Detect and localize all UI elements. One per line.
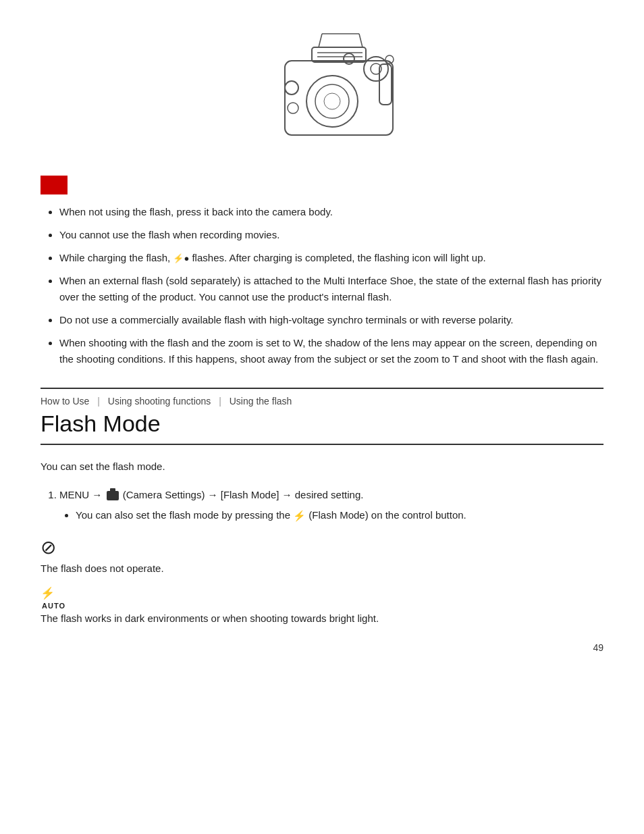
page-title: Flash Mode: [41, 411, 603, 437]
flash-bolt-icon: ⚡: [293, 508, 306, 524]
svg-point-9: [324, 93, 340, 109]
notes-list: When not using the flash, press it back …: [41, 204, 603, 367]
intro-text: You can set the flash mode.: [41, 459, 603, 475]
breadcrumb-part3: Using the flash: [230, 396, 292, 407]
step-sub-list: You can also set the flash mode by press…: [59, 507, 603, 524]
note-item: While charging the flash, ⚡● flashes. Af…: [59, 250, 603, 266]
svg-line-13: [319, 34, 322, 47]
charging-icon: ⚡●: [173, 252, 189, 266]
flash-off-icon: ⊘: [41, 536, 603, 558]
svg-point-11: [288, 103, 298, 113]
page-number: 49: [593, 642, 603, 653]
flash-auto-sublabel: AUTO: [42, 602, 603, 610]
steps-list: MENU → (Camera Settings) → [Flash Mode] …: [41, 487, 603, 524]
flash-off-symbol: ⊘: [41, 537, 56, 558]
flash-auto-label-wrap: ⚡: [41, 586, 603, 600]
section-divider-bottom: [41, 444, 603, 445]
svg-point-10: [285, 81, 298, 95]
note-item: When an external flash (sold separately)…: [59, 273, 603, 305]
note-item: When shooting with the flash and the zoo…: [59, 335, 603, 367]
svg-line-14: [359, 34, 363, 47]
camera-illustration: [41, 20, 603, 155]
camera-settings-icon: [107, 491, 119, 500]
section-divider-top: [41, 388, 603, 389]
warning-indicator: [41, 176, 68, 194]
note-item: You cannot use the flash when recording …: [59, 227, 603, 243]
svg-rect-0: [285, 61, 393, 135]
step-item: MENU → (Camera Settings) → [Flash Mode] …: [59, 487, 603, 524]
breadcrumb-part1: How to Use: [41, 396, 89, 407]
breadcrumb-part2: Using shooting functions: [108, 396, 211, 407]
svg-rect-1: [312, 47, 366, 62]
flash-auto-block: ⚡ AUTO The flash works in dark environme…: [41, 586, 603, 627]
breadcrumb-sep1: |: [97, 396, 100, 407]
flash-auto-bolt: ⚡: [41, 586, 55, 600]
breadcrumb: How to Use | Using shooting functions | …: [41, 396, 603, 407]
note-item: When not using the flash, press it back …: [59, 204, 603, 220]
flash-off-label: The flash does not operate.: [41, 561, 603, 577]
page-container: When not using the flash, press it back …: [0, 0, 644, 667]
breadcrumb-sep2: |: [219, 396, 221, 407]
note-item: Do not use a commercially available flas…: [59, 312, 603, 328]
flash-auto-desc: The flash works in dark environments or …: [41, 611, 603, 627]
svg-point-7: [306, 76, 358, 127]
step-sub-item: You can also set the flash mode by press…: [76, 507, 603, 524]
svg-point-8: [315, 84, 349, 118]
